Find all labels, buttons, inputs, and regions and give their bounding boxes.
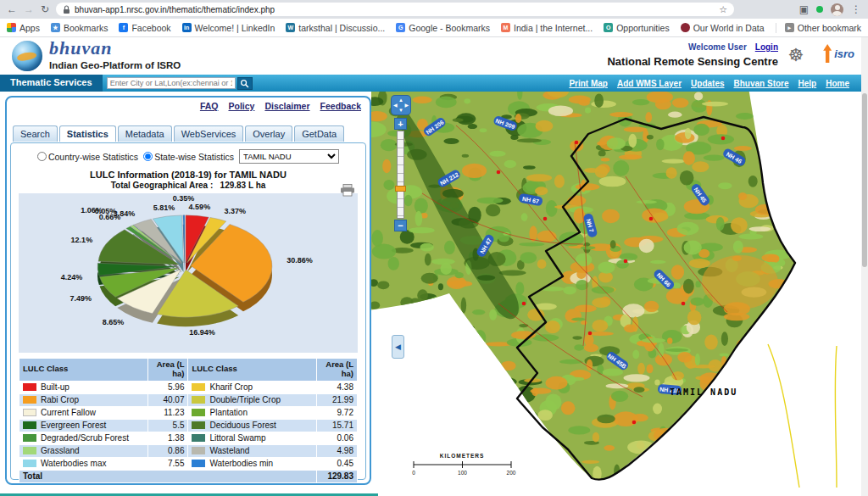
table-row: Built-up5.96Kharif Crop4.38 — [19, 381, 358, 393]
pie-chart-area: 4.59%3.37%30.86%16.94%8.65%7.49%4.24%12.… — [19, 193, 358, 353]
brand-title[interactable]: bhuvan — [49, 37, 112, 59]
pan-left-icon[interactable]: ◀ — [393, 103, 398, 108]
refresh-icon[interactable]: ↻ — [41, 4, 49, 14]
state-select[interactable]: TAMIL NADU — [239, 149, 339, 164]
svg-text:0: 0 — [412, 470, 415, 476]
table-row: Degraded/Scrub Forest1.38Littoral Swamp0… — [19, 432, 358, 444]
extensions-icon[interactable]: ▣ — [799, 4, 809, 14]
lulc-class-cell: Deciduous Forest — [188, 419, 317, 432]
login-link[interactable]: Login — [755, 42, 778, 52]
lulc-class-label: Littoral Swamp — [209, 433, 265, 443]
town-marker — [632, 421, 637, 425]
zoom-slider-handle[interactable] — [395, 186, 406, 192]
profile-avatar[interactable] — [831, 3, 843, 16]
bookmark-item-tarksthal-discussio[interactable]: Wtarksthal | Discussio... — [286, 23, 385, 33]
pan-right-icon[interactable]: ▶ — [404, 103, 409, 108]
folder-icon: ▸ — [785, 23, 794, 32]
pie-percentage-label: 4.24% — [61, 273, 83, 281]
statistics-scope-row: Country-wise Statistics State-wise Stati… — [11, 149, 365, 164]
total-value: 129.83 — [317, 470, 358, 482]
tab-metadata[interactable]: Metadata — [118, 125, 172, 142]
tab-statistics[interactable]: Statistics — [59, 125, 116, 142]
lulc-area-value: 4.38 — [317, 381, 358, 393]
back-icon[interactable]: ← — [7, 4, 17, 14]
pie-percentage-label: 7.49% — [70, 294, 92, 303]
brand-tagline: Indian Geo-Platform of ISRO — [49, 60, 181, 70]
wordpress-icon: W — [286, 23, 295, 32]
search-button[interactable] — [237, 77, 253, 90]
panel-collapse-button[interactable]: ◀ — [392, 335, 404, 359]
nav-link-bhuvan-store[interactable]: Bhuvan Store — [734, 79, 789, 88]
map-area[interactable]: NH 206NH 212NH 209NH 67NH 47NH 7NH 45NH … — [371, 92, 861, 496]
col-header-area: Area (L ha) — [317, 359, 358, 382]
nav-link-help[interactable]: Help — [798, 79, 817, 88]
site-header: bhuvan Indian Geo-Platform of ISRO Welco… — [0, 37, 861, 75]
isro-arrow-icon — [823, 44, 832, 63]
nav-link-updates[interactable]: Updates — [691, 79, 724, 88]
pan-up-icon[interactable]: ▲ — [398, 98, 403, 103]
lulc-class-label: Grassland — [41, 446, 80, 455]
bookmark-item-opportunities[interactable]: OOpportunities — [604, 23, 669, 33]
country-wise-radio-input[interactable] — [37, 152, 47, 161]
quick-link-disclaimer[interactable]: Disclaimer — [264, 101, 309, 111]
bookmark-page-star-icon[interactable]: ☆ — [719, 4, 727, 15]
page-scrollbar[interactable] — [861, 37, 868, 496]
scrollbar-thumb[interactable] — [862, 93, 867, 267]
url-text: bhuvan-app1.nrsc.gov.in/thematic/themati… — [75, 5, 715, 14]
pan-down-icon[interactable]: ▼ — [398, 108, 403, 113]
bookmark-item-welcome-linkedin[interactable]: inWelcome! | LinkedIn — [182, 23, 275, 33]
table-total-row: Total 129.83 — [19, 470, 358, 482]
lulc-map[interactable]: NH 206NH 212NH 209NH 67NH 47NH 7NH 45NH … — [371, 92, 861, 496]
nav-link-home[interactable]: Home — [826, 79, 849, 88]
lulc-area-value: 0.06 — [317, 432, 358, 444]
state-wise-radio[interactable]: State-wise Statistics — [143, 152, 234, 162]
opportunities-icon: O — [604, 23, 613, 32]
bookmark-item-bookmarks[interactable]: ★Bookmarks — [51, 23, 108, 33]
town-marker — [649, 217, 654, 221]
lulc-area-value: 0.86 — [147, 444, 188, 457]
ashoka-emblem-icon: ☸ — [785, 39, 807, 73]
tab-overlay[interactable]: Overlay — [245, 125, 292, 142]
lulc-area-value: 0.45 — [317, 457, 358, 470]
pan-control[interactable]: ▲ ▼ ◀ ▶ — [392, 96, 410, 114]
pie-percentage-label: 4.59% — [189, 203, 211, 211]
color-swatch — [23, 409, 36, 416]
location-search-input[interactable] — [107, 77, 236, 89]
state-wise-radio-input[interactable] — [143, 152, 153, 161]
nav-link-print-map[interactable]: Print Map — [569, 79, 608, 88]
tab-getdata[interactable]: GetData — [294, 125, 344, 142]
town-marker — [624, 259, 628, 264]
zoom-in-button[interactable]: + — [394, 118, 407, 130]
country-wise-radio[interactable]: Country-wise Statistics — [37, 152, 138, 162]
country-wise-radio-label: Country-wise Statistics — [48, 152, 138, 162]
nav-link-add-wms-layer[interactable]: Add WMS Layer — [617, 79, 682, 88]
bookmark-item-our-world-in-data[interactable]: Our World in Data — [681, 23, 765, 33]
town-marker — [543, 217, 548, 221]
lulc-class-cell: Rabi Crop — [19, 393, 148, 406]
owid-icon — [681, 23, 690, 32]
bhuvan-logo[interactable] — [12, 41, 42, 71]
lulc-area-value: 5.5 — [147, 419, 188, 432]
bookmark-item-apps[interactable]: Apps — [7, 23, 40, 33]
menu-kebab-icon[interactable]: ⋮ — [851, 4, 861, 14]
quick-link-faq[interactable]: FAQ — [200, 101, 219, 111]
quick-link-feedback[interactable]: Feedback — [320, 101, 361, 111]
quick-link-policy[interactable]: Policy — [228, 101, 254, 111]
zoom-out-button[interactable]: − — [394, 220, 407, 231]
lulc-class-label: Double/Triple Crop — [209, 395, 281, 404]
tab-search[interactable]: Search — [13, 125, 58, 142]
bookmark-item-google-bookmarks[interactable]: GGoogle - Bookmarks — [396, 23, 490, 33]
bookmark-label: Bookmarks — [64, 23, 108, 33]
tab-webservices[interactable]: WebServices — [174, 125, 244, 142]
address-bar[interactable]: bhuvan-app1.nrsc.gov.in/thematic/themati… — [56, 3, 734, 16]
lulc-class-cell: Plantation — [188, 406, 317, 419]
print-icon[interactable] — [340, 184, 355, 197]
forward-icon[interactable]: → — [24, 4, 34, 14]
bookmark-item-other-bookmark[interactable]: ▸Other bookmark — [776, 23, 861, 33]
map-scale-bar: 0100200KILOMETERS — [412, 453, 516, 476]
bookmark-item-facebook[interactable]: fFacebook — [119, 23, 170, 33]
zoom-slider-track[interactable] — [397, 131, 404, 219]
pie-percentage-label: 12.1% — [71, 236, 93, 244]
apps-grid-icon — [7, 23, 16, 32]
bookmark-item-india-the-internet[interactable]: MIndia | the Internet... — [501, 23, 593, 33]
